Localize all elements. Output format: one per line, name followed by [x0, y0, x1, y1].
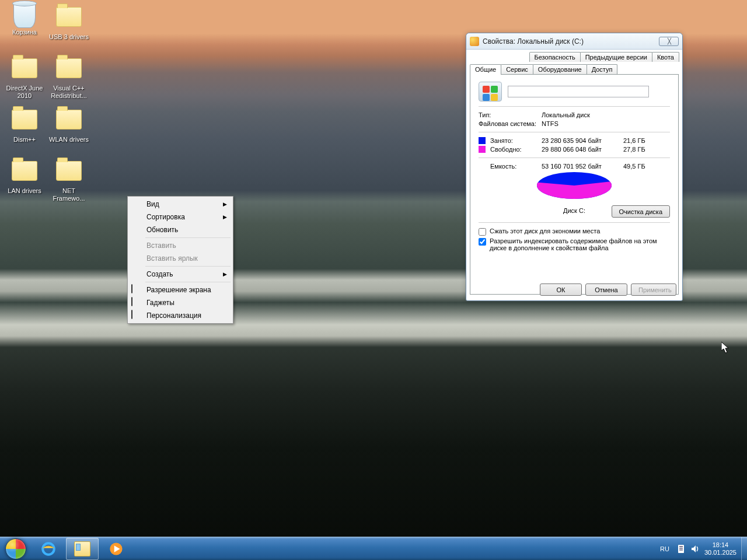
- used-gb: 21,6 ГБ: [623, 137, 658, 144]
- desktop-icon-folder[interactable]: DirectX June 2010: [2, 54, 47, 100]
- taskbar-media-player[interactable]: [100, 538, 132, 560]
- internet-explorer-icon: [40, 541, 57, 556]
- icon-label: Visual C++ Redistribut...: [47, 85, 91, 100]
- ctx-item-refresh[interactable]: Обновить: [129, 223, 232, 236]
- tab-tools[interactable]: Сервис: [501, 64, 533, 74]
- apply-button[interactable]: Применить: [631, 284, 676, 296]
- desktop-icon-folder[interactable]: WLAN drivers: [47, 105, 91, 144]
- used-swatch: [479, 137, 486, 144]
- show-desktop-button[interactable]: [741, 537, 747, 561]
- titlebar[interactable]: Свойства: Локальный диск (C:) ╳: [466, 33, 682, 50]
- taskbar-explorer[interactable]: [66, 538, 99, 560]
- ctx-item-personalize[interactable]: Персонализация: [129, 309, 232, 322]
- drive-icon: [470, 37, 479, 46]
- window-title: Свойства: Локальный диск (C:): [483, 37, 659, 46]
- tab-security[interactable]: Безопасность: [529, 52, 581, 62]
- svg-marker-7: [692, 545, 696, 552]
- ctx-label: Вставить: [146, 242, 176, 250]
- type-label: Тип:: [479, 111, 542, 118]
- volume-icon[interactable]: [690, 544, 700, 554]
- tab-previous-versions[interactable]: Предыдущие версии: [580, 52, 652, 62]
- ctx-item-view[interactable]: Вид▶: [129, 198, 232, 211]
- tab-sharing[interactable]: Доступ: [587, 64, 618, 74]
- fs-label: Файловая система:: [479, 120, 542, 127]
- folder-icon: [56, 161, 82, 181]
- index-checkbox[interactable]: [479, 238, 486, 246]
- icon-label: USB 3 drivers: [47, 33, 91, 41]
- used-bytes: 23 280 635 904 байт: [542, 137, 623, 144]
- cancel-button[interactable]: Отмена: [585, 284, 627, 296]
- taskbar[interactable]: RU 18:14 30.01.2025: [0, 537, 747, 560]
- free-gb: 27,8 ГБ: [623, 146, 658, 153]
- separator: [145, 237, 231, 238]
- folder-icon: [56, 7, 82, 27]
- capacity-label: Емкость:: [479, 163, 542, 170]
- index-label: Разрешить индексировать содержимое файло…: [490, 237, 670, 251]
- used-label: Занято:: [490, 137, 513, 144]
- desktop-icon-recycle-bin[interactable]: Корзина: [2, 2, 47, 36]
- index-checkbox-row[interactable]: Разрешить индексировать содержимое файло…: [479, 237, 670, 251]
- windows-orb-icon: [5, 538, 26, 559]
- date-text: 30.01.2025: [704, 549, 736, 556]
- tab-panel-general: Тип:Локальный диск Файловая система:NTFS…: [470, 74, 679, 295]
- drive-name-input[interactable]: [508, 86, 649, 97]
- folder-icon: [12, 58, 37, 78]
- ctx-label: Создать: [146, 270, 173, 278]
- ctx-label: Обновить: [146, 226, 178, 234]
- capacity-bytes: 53 160 701 952 байт: [542, 163, 623, 170]
- desktop-icon-folder[interactable]: LAN drivers: [2, 156, 47, 195]
- free-label: Свободно:: [490, 146, 522, 153]
- personalize-icon: [131, 310, 132, 319]
- media-player-icon: [108, 541, 124, 556]
- fs-value: NTFS: [542, 120, 558, 127]
- ctx-item-screen-resolution[interactable]: Разрешение экрана: [129, 284, 232, 296]
- ok-button[interactable]: ОК: [540, 284, 582, 296]
- icon-label: WLAN drivers: [47, 136, 91, 144]
- compress-checkbox-row[interactable]: Сжать этот диск для экономии места: [479, 228, 670, 236]
- chevron-right-icon: ▶: [223, 271, 227, 277]
- svg-point-0: [43, 543, 54, 555]
- compress-label: Сжать этот диск для экономии места: [490, 228, 600, 235]
- desktop-icon-folder[interactable]: NET Framewo...: [47, 156, 91, 202]
- system-tray: RU 18:14 30.01.2025: [658, 541, 741, 556]
- time-text: 18:14: [704, 541, 736, 549]
- tab-general[interactable]: Общие: [470, 64, 501, 75]
- folder-icon: [56, 110, 82, 130]
- free-swatch: [479, 146, 486, 153]
- tab-hardware[interactable]: Оборудование: [533, 64, 587, 74]
- ctx-item-paste: Вставить: [129, 239, 232, 252]
- ctx-item-new[interactable]: Создать▶: [129, 268, 232, 281]
- folder-icon: [12, 110, 37, 130]
- ctx-label: Гаджеты: [146, 299, 174, 307]
- recycle-bin-icon: [13, 2, 36, 28]
- disk-properties-dialog: Свойства: Локальный диск (C:) ╳ Безопасн…: [466, 33, 683, 301]
- desktop-icon-folder[interactable]: USB 3 drivers: [47, 2, 91, 41]
- ctx-item-sort[interactable]: Сортировка▶: [129, 211, 232, 223]
- desktop-context-menu: Вид▶ Сортировка▶ Обновить Вставить Встав…: [127, 196, 233, 324]
- compress-checkbox[interactable]: [479, 228, 486, 236]
- taskbar-ie[interactable]: [32, 538, 65, 560]
- folder-icon: [12, 161, 37, 181]
- capacity-gb: 49,5 ГБ: [623, 163, 658, 170]
- start-button[interactable]: [0, 537, 32, 561]
- chevron-right-icon: ▶: [223, 201, 227, 207]
- svg-rect-5: [679, 548, 683, 549]
- disk-cleanup-button[interactable]: Очистка диска: [612, 205, 670, 218]
- icon-label: LAN drivers: [2, 187, 47, 195]
- action-center-icon[interactable]: [676, 544, 686, 554]
- desktop-icon-folder[interactable]: Visual C++ Redistribut...: [47, 54, 91, 100]
- svg-rect-4: [679, 546, 683, 547]
- chevron-right-icon: ▶: [223, 214, 227, 220]
- ctx-label: Вид: [146, 200, 159, 208]
- taskbar-clock[interactable]: 18:14 30.01.2025: [704, 541, 736, 556]
- ctx-label: Вставить ярлык: [146, 254, 198, 262]
- free-bytes: 29 880 066 048 байт: [542, 146, 623, 153]
- close-button[interactable]: ╳: [659, 37, 679, 46]
- ctx-item-gadgets[interactable]: Гаджеты: [129, 296, 232, 309]
- svg-rect-6: [679, 550, 683, 551]
- tab-quota[interactable]: Квота: [652, 52, 679, 62]
- language-indicator[interactable]: RU: [658, 544, 672, 554]
- type-value: Локальный диск: [542, 111, 590, 118]
- desktop-icon-folder[interactable]: Dism++: [2, 105, 47, 144]
- tab-row-lower: Общие Сервис Оборудование Доступ: [466, 62, 682, 74]
